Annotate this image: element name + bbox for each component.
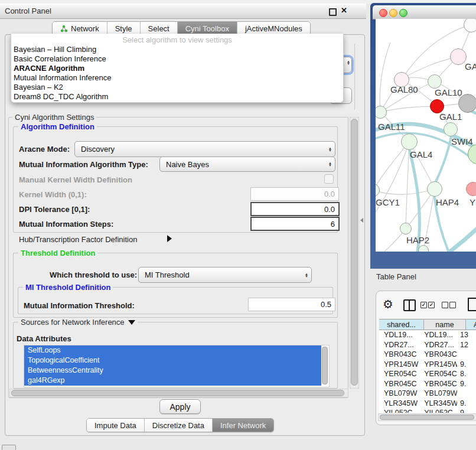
table-cell[interactable]: 8. [457,369,476,379]
table-row[interactable]: YPR145WYPR145W9. [379,360,476,370]
checked-checkbox-icon[interactable]: ✓ [428,302,435,308]
table-cell[interactable]: YIL052C [419,408,457,413]
algorithm-option[interactable]: Basic Correlation Inference [14,54,338,64]
table-cell[interactable]: YER054C [419,369,457,379]
table-cell[interactable]: YPR145W [379,360,419,370]
tab-jactivemnodules[interactable]: jActiveMNodules [237,22,310,35]
hub-section-label[interactable]: Hub/Transcription Factor Definition [19,235,137,244]
table-cell[interactable]: YBL079W [419,389,457,399]
data-attribute-item[interactable]: BetweennessCentrality [24,366,321,376]
table-row[interactable]: YER054CYER054C8. [379,369,476,379]
table-cell[interactable]: YLR345W [379,399,419,409]
mi-steps-input[interactable]: 6 [250,217,340,231]
table-cell[interactable]: 9. [457,360,476,370]
network-node[interactable] [458,94,476,113]
network-window-titlebar[interactable] [373,5,476,19]
column-header-name[interactable]: name [424,319,466,330]
algorithm-option[interactable]: Mutual Information Inference [14,73,338,83]
network-node[interactable] [450,48,467,65]
network-node[interactable] [400,223,412,234]
gear-icon[interactable]: ⚙ [383,297,393,311]
close-traffic-light[interactable] [379,9,387,17]
columns-icon[interactable] [403,299,416,311]
table-cell[interactable]: 9 [457,408,476,413]
network-node[interactable] [427,181,442,197]
network-view-canvas[interactable]: GALGAL80GAL10GAL1GAL11SWI4GAL4GCY1HAP4YH… [376,19,476,252]
data-attribute-item[interactable]: SelfLoops [24,345,321,356]
tab-infer-network[interactable]: Infer Network [213,419,273,432]
tab-discretize-data[interactable]: Discretize Data [145,419,213,432]
table-cell[interactable]: YDR27... [419,340,457,350]
close-icon[interactable]: ✕ [341,6,347,15]
table-cell[interactable]: YPR145W [419,360,457,370]
table-row[interactable]: YBL079WYBL079W [379,389,476,399]
table-cell[interactable]: YBR043C [419,350,457,360]
table-horizontal-scrollbar[interactable] [378,413,476,421]
network-node[interactable] [464,19,476,32]
scrollbar-thumb[interactable] [11,390,344,396]
unchecked-checkbox-icon[interactable] [449,302,456,308]
sources-title[interactable]: Sources for Network Inference [18,318,138,327]
column-header-shared-name[interactable]: shared... [379,319,424,330]
unchecked-checkbox-icon[interactable] [442,302,448,308]
collapse-arrow-icon[interactable] [128,320,135,325]
table-cell[interactable]: 13 [457,330,476,340]
table-cell[interactable]: 9. [457,399,476,409]
mi-type-combo[interactable]: Naive Bayes ▲▼ [159,156,335,172]
network-node[interactable] [376,184,380,197]
network-node[interactable] [444,122,458,136]
table-row[interactable]: YDR27...YDR27...12 [379,340,476,350]
table-cell[interactable]: YBR045C [379,379,419,389]
network-node[interactable] [401,133,418,150]
list-scrollbar[interactable] [322,347,328,384]
apply-button[interactable]: Apply [159,399,201,414]
tab-cyni-toolbox[interactable]: Cyni Toolbox [178,22,237,35]
table-cell[interactable]: YLR345W [419,399,457,409]
tab-impute-data[interactable]: Impute Data [87,419,145,432]
checked-checkbox-icon[interactable]: ✓ [420,302,427,308]
table-cell[interactable]: 9. [457,379,476,389]
tab-select[interactable]: Select [141,22,178,35]
network-node[interactable] [428,74,442,89]
table-cell[interactable]: YBR043C [379,350,419,360]
minimize-traffic-light[interactable] [389,9,397,17]
data-attributes-list[interactable]: SelfLoopsTopologicalCoefficientBetweenne… [24,345,330,387]
table-cell[interactable]: YDL19... [379,330,419,340]
algorithm-option[interactable]: ARACNE Algorithm [14,64,338,73]
aracne-mode-combo[interactable]: Discovery ▲▼ [74,141,335,157]
table-cell[interactable] [457,389,476,399]
settings-vertical-scrollbar[interactable] [350,117,359,389]
data-attribute-item[interactable]: gal4RGexp [24,376,321,386]
table-row[interactable]: YBR043CYBR043C [379,350,476,360]
algorithm-option[interactable]: Bayesian – Hill Climbing [14,45,338,54]
network-node[interactable] [376,106,387,119]
table-row[interactable]: YLR345WYLR345W9. [379,399,476,409]
table-cell[interactable] [457,350,476,360]
mi-threshold-input[interactable]: 0.5 [248,298,335,311]
scrollbar-thumb[interactable] [351,119,358,386]
algorithm-option[interactable]: Bayesian – K2 [14,83,338,92]
table-cell[interactable]: YBR045C [419,379,457,389]
data-attribute-item[interactable]: TopologicalCoefficient [24,356,321,366]
column-header-partial[interactable]: A [466,319,476,330]
page-icon[interactable] [468,298,476,311]
table-cell[interactable]: YIL052C [379,408,419,413]
network-node[interactable] [468,144,476,164]
table-cell[interactable]: YER054C [379,369,419,379]
table-row[interactable]: YIL052CYIL052C9 [379,408,476,413]
which-threshold-combo[interactable]: MI Threshold ▲▼ [138,267,312,283]
zoom-traffic-light[interactable] [399,9,407,17]
table-row[interactable]: YDL19...YDL19...13 [379,330,476,340]
network-node[interactable] [418,245,429,252]
expand-arrow-icon[interactable] [167,235,172,242]
manual-kernel-checkbox[interactable] [324,174,334,184]
float-window-icon[interactable] [329,8,337,16]
algorithm-option[interactable]: Dream8 DC_TDC Algorithm [14,92,338,102]
network-node[interactable] [466,182,476,196]
table-cell[interactable]: YDL19... [419,330,457,340]
settings-horizontal-scrollbar[interactable] [9,389,348,397]
tab-style[interactable]: Style [107,22,141,35]
scrollbar-thumb[interactable] [380,415,474,420]
splitter-collapse-arrow[interactable] [360,218,363,223]
tab-network[interactable]: Network [53,22,107,35]
